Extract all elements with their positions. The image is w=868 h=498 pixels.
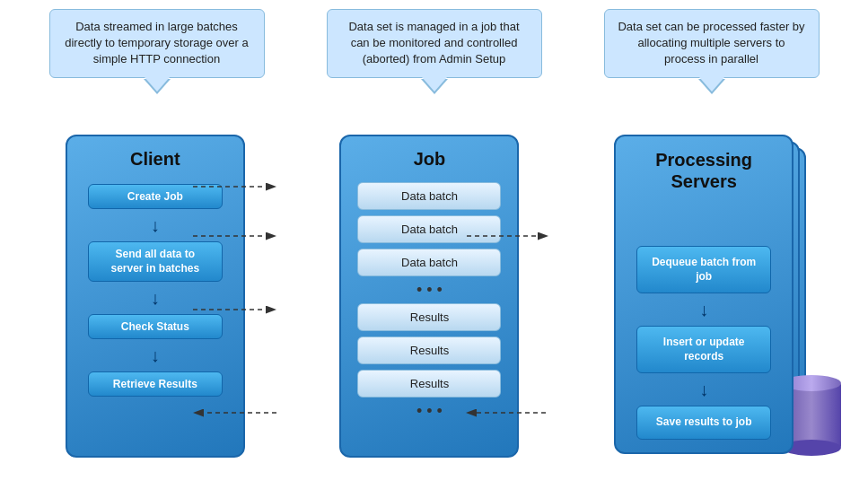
callout-client-text: Data streamed in large batches directly … xyxy=(65,20,248,66)
data-batch-1: Data batch xyxy=(357,182,501,210)
callout-processing-text: Data set can be processed faster by allo… xyxy=(618,20,804,66)
processing-panel: Processing Servers Dequeue batch from jo… xyxy=(614,135,793,454)
client-panel: Client Create Job ↓ Send all data to ser… xyxy=(66,135,245,458)
arrow-down-proc-2: ↓ xyxy=(699,380,708,398)
results-1: Results xyxy=(357,303,501,331)
data-batch-3: Data batch xyxy=(357,249,501,276)
diagram: Data streamed in large batches directly … xyxy=(0,0,868,498)
check-status-button[interactable]: Check Status xyxy=(88,314,223,339)
arrow-down-2: ↓ xyxy=(151,289,160,307)
processing-panel-wrapper: Processing Servers Dequeue batch from jo… xyxy=(614,135,802,458)
processing-panel-title: Processing Servers xyxy=(627,149,781,192)
callout-processing: Data set can be processed faster by allo… xyxy=(604,9,820,78)
arrow-down-3: ↓ xyxy=(151,346,160,364)
retrieve-results-button[interactable]: Retrieve Results xyxy=(88,371,223,397)
callouts-row: Data streamed in large batches directly … xyxy=(0,0,868,108)
results-3: Results xyxy=(357,370,501,398)
callout-job: Data set is managed in a job that can be… xyxy=(327,9,542,78)
client-panel-title: Client xyxy=(130,149,180,170)
arrow-down-1: ↓ xyxy=(151,216,160,234)
callout-job-text: Data set is managed in a job that can be… xyxy=(348,20,519,66)
create-job-button[interactable]: Create Job xyxy=(88,184,223,209)
save-results-button[interactable]: Save results to job xyxy=(636,406,771,440)
dequeue-batch-button[interactable]: Dequeue batch from job xyxy=(636,246,771,293)
data-batch-2: Data batch xyxy=(357,215,501,243)
arrow-down-proc-1: ↓ xyxy=(699,301,708,319)
callout-client: Data streamed in large batches directly … xyxy=(49,9,265,78)
panels-row: Client Create Job ↓ Send all data to ser… xyxy=(0,108,868,498)
job-panel-title: Job xyxy=(414,149,446,170)
dots-1: • • • xyxy=(416,282,443,298)
insert-update-button[interactable]: Insert or update records xyxy=(636,326,771,373)
results-2: Results xyxy=(357,336,501,364)
job-panel: Job Data batch Data batch Data batch • •… xyxy=(339,135,519,458)
dots-2: • • • xyxy=(416,403,443,419)
send-data-button[interactable]: Send all data to server in batches xyxy=(88,241,223,282)
